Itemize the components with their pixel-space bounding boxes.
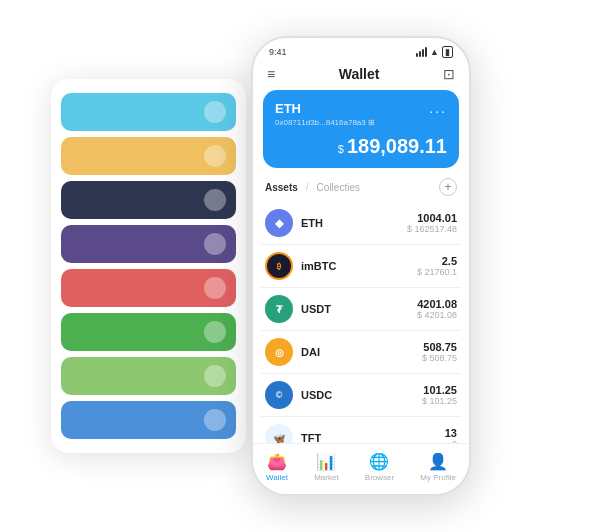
usdt-amounts: 4201.08 $ 4201.08	[417, 298, 457, 320]
page-title: Wallet	[339, 66, 380, 82]
eth-name: ETH	[301, 217, 407, 229]
asset-item-imbtc[interactable]: ₿ imBTC 2.5 $ 21760.1	[261, 245, 461, 288]
wallet-nav-icon: 👛	[267, 452, 287, 471]
assets-tabs: Assets / Collecties	[265, 182, 360, 193]
usdc-amounts: 101.25 $ 101.25	[422, 384, 457, 406]
market-nav-label: Market	[314, 473, 338, 482]
wifi-icon: ▲	[430, 47, 439, 57]
asset-item-tft[interactable]: 🦋 TFT 13 0	[261, 417, 461, 443]
dai-icon: ◎	[265, 338, 293, 366]
profile-nav-label: My Profile	[420, 473, 456, 482]
tab-collecties[interactable]: Collecties	[317, 182, 360, 193]
wallet-card-8[interactable]	[61, 401, 236, 439]
phone-header: ≡ Wallet ⊡	[253, 62, 469, 90]
dai-amounts: 508.75 $ 508.75	[422, 341, 457, 363]
tab-separator: /	[306, 182, 309, 193]
eth-card-menu[interactable]: ...	[429, 100, 447, 116]
eth-card-balance: $189,089.11	[275, 135, 447, 158]
signal-icon	[416, 47, 427, 57]
scene: 9:41 ▲ ▮ ≡ Wallet ⊡	[21, 16, 581, 516]
wallet-card-5[interactable]	[61, 269, 236, 307]
asset-list: ◆ ETH 1004.01 $ 162517.48 ₿ imBTC 2.5 $ …	[253, 202, 469, 443]
eth-card-header: ETH ...	[275, 100, 447, 116]
imbtc-name: imBTC	[301, 260, 417, 272]
asset-item-usdc[interactable]: © USDC 101.25 $ 101.25	[261, 374, 461, 417]
tft-amount: 13	[445, 427, 457, 439]
battery-icon: ▮	[442, 46, 453, 58]
usdt-amount: 4201.08	[417, 298, 457, 310]
card-icon-7	[204, 365, 226, 387]
card-icon-6	[204, 321, 226, 343]
card-icon-2	[204, 145, 226, 167]
tab-assets[interactable]: Assets	[265, 182, 298, 193]
market-nav-icon: 📊	[316, 452, 336, 471]
wallet-card-3[interactable]	[61, 181, 236, 219]
assets-header: Assets / Collecties +	[253, 178, 469, 202]
imbtc-icon: ₿	[265, 252, 293, 280]
usdt-icon: ₮	[265, 295, 293, 323]
dai-name: DAI	[301, 346, 422, 358]
asset-item-eth[interactable]: ◆ ETH 1004.01 $ 162517.48	[261, 202, 461, 245]
wallet-nav-label: Wallet	[266, 473, 288, 482]
nav-market[interactable]: 📊 Market	[314, 452, 338, 482]
dai-usd: $ 508.75	[422, 353, 457, 363]
eth-icon: ◆	[265, 209, 293, 237]
wallet-card-4[interactable]	[61, 225, 236, 263]
card-stack	[51, 79, 246, 453]
wallet-card-6[interactable]	[61, 313, 236, 351]
status-bar: 9:41 ▲ ▮	[253, 38, 469, 62]
eth-card-address: 0x08711d3b...8416a78a3 ⊞	[275, 118, 447, 127]
eth-amount: 1004.01	[407, 212, 457, 224]
imbtc-usd: $ 21760.1	[417, 267, 457, 277]
tft-icon: 🦋	[265, 424, 293, 443]
browser-nav-icon: 🌐	[369, 452, 389, 471]
card-icon-5	[204, 277, 226, 299]
wallet-card-7[interactable]	[61, 357, 236, 395]
eth-usd: $ 162517.48	[407, 224, 457, 234]
usdc-icon: ©	[265, 381, 293, 409]
asset-item-dai[interactable]: ◎ DAI 508.75 $ 508.75	[261, 331, 461, 374]
nav-wallet[interactable]: 👛 Wallet	[266, 452, 288, 482]
usdc-amount: 101.25	[422, 384, 457, 396]
menu-icon[interactable]: ≡	[267, 66, 275, 82]
asset-item-usdt[interactable]: ₮ USDT 4201.08 $ 4201.08	[261, 288, 461, 331]
currency-symbol: $	[338, 143, 344, 155]
usdt-usd: $ 4201.08	[417, 310, 457, 320]
card-icon-8	[204, 409, 226, 431]
usdc-usd: $ 101.25	[422, 396, 457, 406]
card-icon-3	[204, 189, 226, 211]
dai-amount: 508.75	[422, 341, 457, 353]
wallet-card-1[interactable]	[61, 93, 236, 131]
status-time: 9:41	[269, 47, 287, 57]
bottom-nav: 👛 Wallet 📊 Market 🌐 Browser 👤 My Profile	[253, 443, 469, 494]
usdc-name: USDC	[301, 389, 422, 401]
eth-card-title: ETH	[275, 101, 301, 116]
nav-browser[interactable]: 🌐 Browser	[365, 452, 394, 482]
wallet-card-2[interactable]	[61, 137, 236, 175]
eth-card[interactable]: ETH ... 0x08711d3b...8416a78a3 ⊞ $189,08…	[263, 90, 459, 168]
nav-profile[interactable]: 👤 My Profile	[420, 452, 456, 482]
usdt-name: USDT	[301, 303, 417, 315]
card-icon-4	[204, 233, 226, 255]
card-icon-1	[204, 101, 226, 123]
phone-frame: 9:41 ▲ ▮ ≡ Wallet ⊡	[251, 36, 471, 496]
scan-icon[interactable]: ⊡	[443, 66, 455, 82]
profile-nav-icon: 👤	[428, 452, 448, 471]
status-icons: ▲ ▮	[416, 46, 453, 58]
add-asset-button[interactable]: +	[439, 178, 457, 196]
browser-nav-label: Browser	[365, 473, 394, 482]
phone-inner: 9:41 ▲ ▮ ≡ Wallet ⊡	[253, 38, 469, 494]
imbtc-amounts: 2.5 $ 21760.1	[417, 255, 457, 277]
imbtc-amount: 2.5	[417, 255, 457, 267]
eth-amounts: 1004.01 $ 162517.48	[407, 212, 457, 234]
tft-amounts: 13 0	[445, 427, 457, 443]
tft-name: TFT	[301, 432, 445, 443]
